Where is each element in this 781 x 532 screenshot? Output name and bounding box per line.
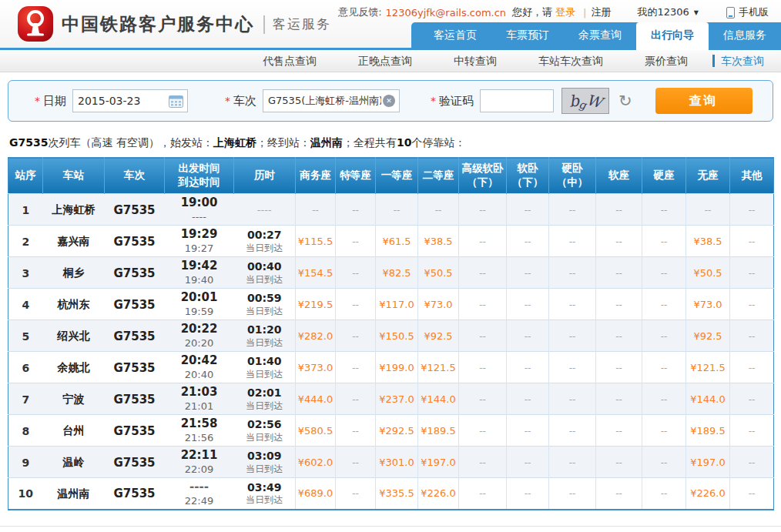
nav-tab-2[interactable]: 车票预订 xyxy=(491,22,564,48)
cell-price-no-seat: ¥197.0 xyxy=(686,447,730,478)
empty-value: -- xyxy=(312,205,319,216)
empty-value: -- xyxy=(615,331,622,342)
captcha-image[interactable]: b g W xyxy=(561,88,609,114)
cell-price-soft-seat: -- xyxy=(596,478,642,510)
column-header: 软卧 （下） xyxy=(507,158,549,194)
cell-station: 嘉兴南 xyxy=(43,226,105,257)
price-value: ¥219.5 xyxy=(298,299,334,310)
mobile-version-link[interactable]: 手机版 xyxy=(726,5,769,19)
subnav-item-4[interactable]: 车站车次查询 xyxy=(538,55,603,67)
cell-price-soft-sleeper-deluxe: -- xyxy=(459,194,507,226)
query-button[interactable]: 查询 xyxy=(655,88,753,114)
nav-tab-4[interactable]: 出行向导 xyxy=(636,22,709,50)
feedback-email-link[interactable]: 12306yjfk@rails.com.cn xyxy=(386,7,507,18)
cell-price-premium: -- xyxy=(336,320,376,352)
cell-duration: 03:09当日到达 xyxy=(234,447,296,478)
cell-price-soft-sleeper: -- xyxy=(507,383,549,415)
nav-tab-1[interactable]: 客运首页 xyxy=(419,22,491,48)
cell-price-soft-seat: -- xyxy=(596,226,642,257)
cell-times: 21:0321:01 xyxy=(165,383,234,415)
login-link[interactable]: 登录 xyxy=(555,5,575,19)
price-value: ¥444.0 xyxy=(298,393,334,405)
cell-price-business: ¥154.5 xyxy=(296,257,336,289)
refresh-captcha-icon[interactable]: ↻ xyxy=(618,93,632,109)
cell-price-no-seat: -- xyxy=(686,194,730,226)
train-label: 车次 xyxy=(233,94,256,109)
subnav-item-3[interactable]: 中转查询 xyxy=(454,55,497,67)
cell-seq: 6 xyxy=(8,352,43,383)
cell-price-soft-sleeper: -- xyxy=(507,415,549,447)
empty-value: -- xyxy=(615,426,622,437)
empty-value: -- xyxy=(569,457,576,468)
empty-value: -- xyxy=(749,236,756,247)
duration: ---- xyxy=(234,204,296,216)
cell-price-other: -- xyxy=(730,257,774,289)
price-value: ¥237.0 xyxy=(379,393,414,405)
register-link[interactable]: 注册 xyxy=(591,5,611,19)
cell-price-business: ¥219.5 xyxy=(296,289,336,320)
empty-value: -- xyxy=(749,268,756,279)
column-header: 硬卧 （中） xyxy=(549,158,596,194)
cell-duration: 01:20当日到达 xyxy=(234,320,296,352)
cell-duration: 03:49当日到达 xyxy=(234,478,296,510)
arrive-time: 22:09 xyxy=(165,463,234,476)
table-row: 10温州南G7535----22:4903:49当日到达¥689.0--¥335… xyxy=(8,478,774,510)
duration: 00:40 xyxy=(234,259,296,273)
cell-price-soft-sleeper: -- xyxy=(507,320,549,352)
price-value: ¥92.5 xyxy=(424,330,452,342)
cell-price-soft-sleeper: -- xyxy=(507,289,549,320)
arrive-time: 22:49 xyxy=(165,495,234,507)
price-value: ¥602.0 xyxy=(298,457,334,468)
cell-seq: 7 xyxy=(8,383,43,415)
captcha-input[interactable] xyxy=(481,95,553,107)
empty-value: -- xyxy=(479,331,486,342)
captcha-label: 验证码 xyxy=(439,94,474,109)
train-input[interactable] xyxy=(263,95,383,107)
price-value: ¥144.0 xyxy=(690,393,726,405)
price-value: ¥335.5 xyxy=(379,487,414,499)
cell-price-no-seat: ¥50.5 xyxy=(686,257,730,289)
site-header: 中国铁路客户服务中心 客运服务 意见反馈: 12306yjfk@rails.co… xyxy=(0,0,781,48)
cell-price-soft-sleeper: -- xyxy=(507,226,549,257)
cell-duration: 00:40当日到达 xyxy=(234,257,296,289)
empty-value: -- xyxy=(352,457,359,468)
empty-value: -- xyxy=(394,205,401,216)
empty-value: -- xyxy=(749,394,756,405)
topbar: 意见反馈: 12306yjfk@rails.com.cn 您好，请 登录 | 注… xyxy=(338,5,769,19)
price-value: ¥199.0 xyxy=(379,362,414,373)
china-railway-logo[interactable] xyxy=(17,5,54,42)
subnav-item-6[interactable]: 车次查询 xyxy=(712,55,764,67)
arrive-time: 20:40 xyxy=(165,369,234,381)
empty-value: -- xyxy=(352,205,359,216)
subnav-item-2[interactable]: 正晚点查询 xyxy=(358,55,412,67)
arrive-time: 21:56 xyxy=(165,432,234,444)
empty-value: -- xyxy=(569,488,576,499)
cell-price-other: -- xyxy=(730,194,774,226)
table-header-row: 站序车站车次出发时间 到达时间历时商务座特等座一等座二等座高级软卧 （下）软卧 … xyxy=(8,158,774,194)
cell-price-soft-sleeper-deluxe: -- xyxy=(459,478,507,510)
cell-price-first-class: ¥199.0 xyxy=(376,352,418,383)
empty-value: -- xyxy=(525,331,531,342)
cell-price-second-class: ¥73.0 xyxy=(418,289,459,320)
subnav-item-5[interactable]: 票价查询 xyxy=(645,55,688,67)
arrival-day-note: 当日到达 xyxy=(234,274,296,286)
topbar-divider: | xyxy=(583,7,586,18)
site-subtitle: 客运服务 xyxy=(273,15,331,33)
cell-duration: ---- xyxy=(234,194,296,226)
my-12306-dropdown[interactable]: 我的12306 ▼ xyxy=(637,5,699,19)
calendar-icon[interactable] xyxy=(169,95,183,108)
clear-icon[interactable]: ✕ xyxy=(383,95,395,107)
nav-tab-5[interactable]: 信息服务 xyxy=(709,22,781,48)
empty-value: -- xyxy=(615,299,622,310)
empty-value: -- xyxy=(525,205,531,216)
empty-value: -- xyxy=(479,457,486,468)
nav-tab-3[interactable]: 余票查询 xyxy=(564,22,636,48)
arrive-time: 19:59 xyxy=(165,306,234,318)
subnav-item-1[interactable]: 代售点查询 xyxy=(263,55,317,67)
table-row: 8台州G753521:5821:5602:56当日到达¥580.5--¥292.… xyxy=(8,415,774,447)
date-input[interactable] xyxy=(73,95,169,107)
cell-train: G7535 xyxy=(105,447,165,478)
cell-times: 21:5821:56 xyxy=(165,415,234,447)
subnav: 代售点查询正晚点查询中转查询车站车次查询票价查询车次查询 xyxy=(0,50,781,72)
cell-price-other: -- xyxy=(730,415,774,447)
